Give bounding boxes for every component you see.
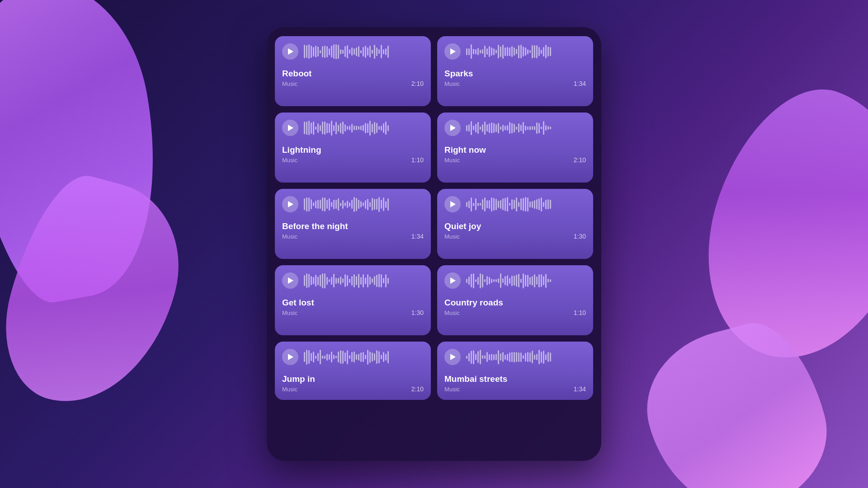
waveform-bar — [514, 47, 515, 56]
waveform-bar — [541, 127, 542, 129]
waveform-bar — [545, 200, 547, 209]
waveform-bar — [374, 276, 375, 285]
music-card-reboot[interactable]: Reboot Music 2:10 — [275, 36, 431, 106]
waveform-bar — [523, 198, 524, 211]
waveform-bar — [468, 201, 470, 208]
waveform-bar — [360, 50, 362, 53]
card-info: Before the night Music — [282, 221, 348, 240]
waveform-bar — [482, 355, 483, 359]
waveform-bar — [311, 46, 312, 58]
waveform-bar — [369, 46, 371, 57]
waveform-bar — [525, 197, 526, 211]
waveform-bar — [374, 199, 375, 210]
waveform-bar — [306, 45, 307, 58]
waveform-bar — [509, 203, 510, 206]
waveform-bar — [491, 354, 492, 361]
play-button[interactable] — [282, 196, 298, 212]
waveform-bar — [326, 277, 328, 285]
waveform-bar — [356, 198, 357, 211]
waveform-bar — [502, 278, 504, 283]
waveform-bar — [333, 274, 335, 287]
svg-marker-3 — [450, 125, 456, 131]
play-button[interactable] — [282, 120, 298, 136]
waveform-bar — [313, 277, 314, 284]
waveform-bar — [308, 197, 310, 211]
waveform-bar — [363, 202, 364, 206]
waveform-bar — [354, 274, 355, 287]
waveform-bar — [543, 47, 544, 56]
music-card-right-now[interactable]: Right now Music 2:10 — [437, 113, 593, 183]
card-title: Mumbai streets — [444, 374, 507, 385]
play-button[interactable] — [282, 349, 298, 365]
card-title: Get lost — [282, 298, 314, 308]
play-button[interactable] — [444, 43, 461, 60]
waveform-bar — [477, 122, 479, 134]
waveform-bar — [518, 123, 519, 132]
waveform-bar — [502, 198, 504, 210]
music-card-quiet-joy[interactable]: Quiet joy Music 1:30 — [437, 189, 593, 259]
card-info: Right now Music — [444, 145, 486, 164]
waveform-bar — [520, 198, 522, 210]
card-genre: Music — [444, 233, 481, 240]
waveform-bar — [347, 350, 348, 364]
waveform-bar — [376, 47, 377, 56]
waveform-bar — [387, 278, 389, 284]
waveform-bar — [518, 45, 519, 58]
waveform-bar — [356, 47, 357, 56]
card-top — [444, 272, 586, 289]
waveform-bar — [344, 46, 346, 57]
card-info: Sparks Music — [444, 69, 473, 87]
card-top — [282, 272, 424, 289]
waveform-bar — [320, 200, 321, 209]
card-top — [444, 349, 586, 365]
waveform-bar — [317, 277, 319, 285]
waveform-bar — [315, 275, 316, 286]
card-duration: 1:34 — [574, 385, 586, 393]
waveform — [304, 196, 424, 212]
waveform-bar — [322, 197, 323, 211]
card-bottom: Lightning Music 1:10 — [282, 145, 424, 164]
waveform-bar — [358, 354, 359, 361]
waveform-bar — [315, 46, 316, 57]
waveform-bar — [473, 203, 474, 206]
waveform-bar — [342, 200, 344, 209]
waveform-bar — [381, 126, 382, 131]
waveform-bar — [320, 125, 321, 131]
play-button[interactable] — [444, 196, 461, 212]
waveform — [466, 349, 586, 365]
waveform-bar — [383, 123, 384, 133]
card-duration: 2:10 — [411, 385, 424, 393]
waveform-bar — [468, 353, 470, 361]
play-button[interactable] — [282, 272, 298, 289]
waveform-bar — [342, 351, 344, 364]
waveform-bar — [365, 277, 366, 284]
waveform-bar — [349, 279, 350, 283]
waveform-bar — [466, 356, 467, 359]
music-card-mumbai-streets[interactable]: Mumbai streets Music 1:34 — [437, 342, 593, 400]
music-card-lightning[interactable]: Lightning Music 1:10 — [275, 113, 431, 183]
waveform-bar — [329, 198, 330, 211]
card-info: Get lost Music — [282, 298, 314, 316]
music-card-get-lost[interactable]: Get lost Music 1:30 — [275, 265, 431, 335]
music-card-jump-in[interactable]: Jump in Music 2:10 — [275, 342, 431, 400]
waveform-bar — [326, 354, 328, 361]
play-button[interactable] — [444, 120, 461, 136]
waveform-bar — [344, 124, 346, 131]
music-card-before-the-night[interactable]: Before the night Music 1:34 — [275, 189, 431, 259]
music-card-country-roads[interactable]: Country roads Music 1:10 — [437, 265, 593, 335]
waveform-bar — [360, 201, 362, 207]
card-top — [444, 43, 586, 60]
waveform-bar — [335, 200, 337, 209]
waveform-bar — [484, 355, 486, 359]
card-duration: 2:10 — [574, 156, 586, 164]
waveform-bar — [360, 352, 362, 362]
play-button[interactable] — [444, 349, 461, 365]
music-card-sparks[interactable]: Sparks Music 1:34 — [437, 36, 593, 106]
waveform-bar — [311, 199, 312, 209]
waveform-bar — [383, 278, 384, 283]
play-button[interactable] — [282, 43, 298, 60]
music-grid: Reboot Music 2:10 Sparks Music 1:34 — [275, 36, 593, 400]
waveform-bar — [381, 274, 382, 287]
svg-marker-9 — [450, 354, 456, 360]
play-button[interactable] — [444, 272, 461, 289]
